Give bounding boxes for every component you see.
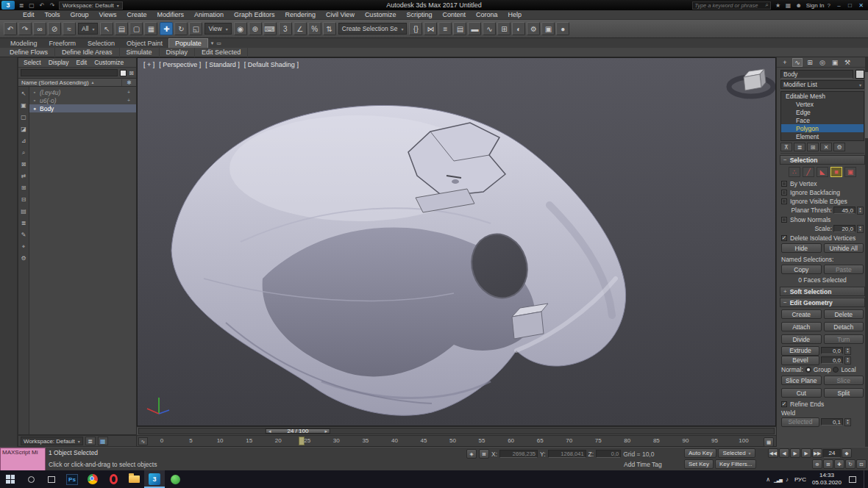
ribbon-tab-selection[interactable]: Selection [82, 38, 121, 48]
taskbar-clock[interactable]: 14:33 05.03.2020 [812, 472, 842, 486]
lock-cell-editing-icon[interactable]: ⊠ [19, 159, 29, 170]
extrude-field[interactable]: 0,0 [821, 347, 843, 354]
spinner[interactable]: ▴▾ [844, 418, 851, 426]
viewport-perspective[interactable]: [ + ] [ Perspective ] [ Standard ] [ Def… [137, 57, 776, 426]
action-center-button[interactable] [845, 470, 860, 488]
select-none-icon[interactable]: ▢ [19, 112, 29, 123]
search-icon[interactable]: ⌕ [765, 1, 768, 9]
ribbon-toggle-icon[interactable]: ▬ [468, 22, 481, 35]
set-key-button[interactable]: Set Key [684, 459, 714, 469]
cut-button[interactable]: Cut [781, 388, 822, 398]
remove-modifier-icon[interactable]: ✕ [820, 143, 832, 151]
explorer-menu-select[interactable]: Select [20, 58, 45, 67]
track-bar-config-icon[interactable]: ▦ [764, 437, 774, 447]
ignore-backfacing-checkbox[interactable] [781, 190, 787, 195]
edit-named-sets-icon[interactable]: {} [409, 22, 422, 35]
track-bar[interactable]: ∿ 05101520253035404550556065707580859095… [137, 435, 776, 447]
go-to-end-icon[interactable]: ▶▶ [812, 448, 822, 458]
snap-toggle-3d-icon[interactable]: 3 [279, 22, 292, 35]
configure-modifier-sets-icon[interactable]: ⚙ [833, 143, 845, 151]
hide-button[interactable]: Hide [781, 243, 822, 253]
previous-frame-icon[interactable]: ◀ [779, 448, 789, 458]
ignore-visible-edges-checkbox[interactable] [781, 198, 787, 204]
start-button[interactable] [0, 470, 21, 488]
zoom-icon[interactable]: ⊕ [812, 459, 822, 469]
save-icon[interactable]: ▢ [27, 1, 36, 10]
volume-icon[interactable]: ♪ [786, 476, 789, 483]
make-unique-icon[interactable]: ⊞ [807, 143, 819, 151]
normals-scale-field[interactable]: 20,0 [833, 225, 855, 232]
split-button[interactable]: Split [824, 388, 864, 398]
menu-icon[interactable]: ≣ [85, 437, 96, 445]
workspace-dropdown[interactable]: Workspace: Default ▾ [59, 1, 123, 10]
select-manipulate-icon[interactable]: ⊕ [249, 22, 262, 35]
menu-item-scripting[interactable]: Scripting [401, 10, 437, 19]
use-pivot-center-icon[interactable]: ◉ [234, 22, 247, 35]
bevel-button[interactable]: Bevel [781, 356, 819, 365]
stack-item-element[interactable]: Element [781, 132, 864, 140]
mirror-icon[interactable]: ⋈ [424, 22, 437, 35]
add-time-tag[interactable]: Add Time Tag [624, 461, 662, 468]
lock-explorer-icon[interactable]: ⊠ [129, 70, 134, 76]
ribbon-minimize-icon[interactable]: ▭ [216, 40, 221, 46]
explorer-search-input[interactable] [21, 69, 118, 76]
named-selection-set-combo[interactable]: Create Selection Se ▾ [338, 23, 408, 35]
select-all-icon[interactable]: ▣ [19, 100, 29, 111]
material-editor-icon[interactable]: ◐ [512, 22, 525, 35]
menu-item-rendering[interactable]: Rendering [280, 10, 321, 19]
sync-selection-icon[interactable]: ⇄ [19, 171, 29, 182]
select-link-icon[interactable]: ∞ [33, 22, 46, 35]
select-scale-icon[interactable]: ◱ [189, 22, 202, 35]
workspace-selector[interactable]: Workspace: Default ▾ [21, 437, 83, 445]
spinner[interactable]: ▴▾ [844, 356, 851, 365]
maximize-viewport-icon[interactable]: ⊡ [856, 459, 867, 469]
orbit-icon[interactable]: ↻ [845, 459, 855, 469]
rollout-soft-selection[interactable]: + Soft Selection [780, 287, 865, 296]
paste-named-selection-button[interactable]: Paste [824, 265, 864, 274]
render-production-icon[interactable]: ● [556, 22, 569, 35]
taskbar-chrome[interactable] [82, 470, 103, 488]
viewport-menu-pov[interactable]: [ Perspective ] [159, 61, 201, 68]
menu-item-create[interactable]: Create [121, 10, 152, 19]
extrude-button[interactable]: Extrude [781, 346, 819, 356]
utilities-tab-icon[interactable]: ⚒ [842, 58, 853, 67]
menu-item-content[interactable]: Content [437, 10, 471, 19]
delete-isolated-vertices-checkbox[interactable]: ✓ [781, 235, 787, 241]
element-icon[interactable]: ▣ [844, 167, 856, 177]
edge-icon[interactable]: ╱ [803, 167, 814, 177]
menu-icon[interactable]: ≣ [17, 1, 26, 10]
show-normals-checkbox[interactable] [781, 217, 787, 223]
search-input[interactable] [694, 2, 765, 9]
weld-threshold-field[interactable]: 0,1 [821, 418, 843, 426]
unlink-icon[interactable]: ⊘ [48, 22, 61, 35]
weld-selected-button[interactable]: Selected [781, 417, 819, 427]
x-coordinate-field[interactable]: 2698,235 [499, 450, 538, 458]
angle-snap-icon[interactable]: ∠ [294, 22, 307, 35]
minimize-button[interactable]: – [833, 1, 844, 10]
configure-icon[interactable]: ⚙ [19, 253, 29, 264]
app-logo[interactable]: 3 [1, 1, 15, 10]
time-slider-track[interactable]: ◂ 24 / 100 ▸ [138, 428, 775, 434]
stack-item-face[interactable]: Face [781, 116, 864, 124]
sign-in-button[interactable]: Sign In [806, 2, 825, 9]
selection-filter-dropdown[interactable]: All ▾ [78, 23, 98, 35]
delete-button[interactable]: Delete [824, 309, 864, 319]
ref-coord-dropdown[interactable]: View ▾ [204, 23, 231, 35]
rollout-selection[interactable]: − Selection [780, 155, 865, 165]
select-by-name-icon[interactable]: ▤ [115, 22, 128, 35]
attach-button[interactable]: Attach [781, 322, 822, 331]
current-frame-field[interactable]: 24 [823, 449, 841, 458]
selection-region-icon[interactable]: ▢ [129, 22, 143, 35]
viewport-menu-shading[interactable]: [ Default Shading ] [244, 61, 299, 68]
display-tab-icon[interactable]: ▣ [830, 58, 840, 67]
find-icon[interactable]: ⌕ [19, 147, 29, 158]
undo-icon[interactable]: ↶ [4, 22, 17, 35]
column-header-name[interactable]: Name (Sorted Ascending) ▲ [18, 79, 121, 86]
command-panel-scrollbar[interactable] [865, 57, 868, 447]
maximize-button[interactable]: □ [844, 1, 855, 10]
refine-ends-checkbox[interactable]: ✓ [781, 401, 787, 407]
bevel-field[interactable]: 0,0 [821, 356, 843, 364]
select-object-icon[interactable]: ↖ [100, 22, 113, 35]
menu-item-modifiers[interactable]: Modifiers [152, 10, 189, 19]
stack-item-editable-mesh[interactable]: Editable Mesh [781, 92, 864, 100]
